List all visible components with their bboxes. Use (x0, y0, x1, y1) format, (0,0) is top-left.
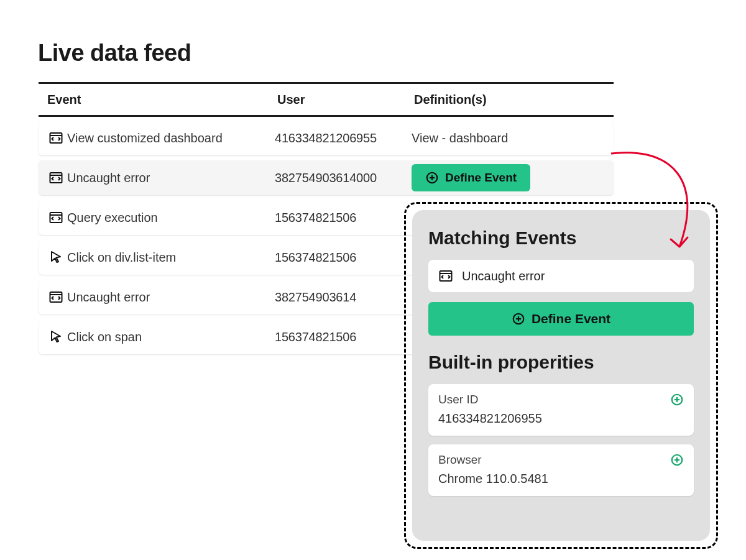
define-event-button[interactable]: Define Event (412, 164, 530, 191)
table-row[interactable]: View customized dashboard416334821206955… (39, 121, 614, 155)
matching-event-label: Uncaught error (462, 269, 545, 283)
event-name: Uncaught error (67, 290, 275, 305)
col-definitions: Definition(s) (414, 93, 614, 107)
definition-text: View - dashboard (412, 131, 508, 145)
definition-cell: View - dashboard (412, 131, 614, 145)
event-name: Uncaught error (67, 171, 275, 185)
user-id: 156374821506 (275, 250, 412, 265)
code-icon (45, 131, 67, 145)
property-card: User ID416334821206955 (428, 384, 694, 436)
page-title: Live data feed (38, 40, 191, 67)
definition-cell: Define Event (412, 164, 614, 191)
add-property-button[interactable] (670, 453, 684, 467)
col-user: User (277, 93, 414, 107)
property-label: Browser (438, 453, 482, 467)
svg-rect-9 (50, 292, 62, 302)
details-panel: Matching Events Uncaught error Define Ev… (412, 210, 710, 541)
table-row[interactable]: Uncaught error382754903614000Define Even… (39, 160, 614, 195)
property-value: 416334821206955 (438, 411, 684, 426)
details-panel-outline: Matching Events Uncaught error Define Ev… (404, 202, 718, 549)
define-event-label: Define Event (532, 311, 610, 326)
define-event-label: Define Event (445, 171, 517, 185)
code-icon (45, 210, 67, 225)
code-icon (438, 269, 453, 283)
cursor-icon (45, 250, 67, 265)
col-event: Event (47, 93, 277, 107)
svg-rect-0 (50, 133, 62, 143)
plus-circle-icon (425, 171, 439, 185)
matching-events-heading: Matching Events (428, 227, 694, 249)
define-event-button-panel[interactable]: Define Event (428, 302, 694, 336)
cursor-icon (45, 329, 67, 344)
event-name: View customized dashboard (67, 131, 275, 145)
user-id: 382754903614000 (275, 171, 412, 185)
event-name: Query execution (67, 211, 275, 225)
user-id: 156374821506 (275, 211, 412, 225)
code-icon (45, 170, 67, 185)
user-id: 416334821206955 (275, 131, 412, 145)
matching-event-pill[interactable]: Uncaught error (428, 260, 694, 292)
built-in-properties-heading: Built-in properities (428, 352, 694, 373)
svg-rect-7 (50, 213, 62, 223)
property-label: User ID (438, 393, 478, 406)
user-id: 382754903614 (275, 290, 412, 305)
svg-rect-11 (440, 271, 452, 281)
property-card: BrowserChrome 110.0.5481 (428, 444, 694, 496)
plus-circle-icon (512, 312, 525, 326)
svg-rect-2 (50, 173, 62, 183)
table-header: Event User Definition(s) (39, 82, 614, 117)
add-property-button[interactable] (670, 393, 684, 406)
property-value: Chrome 110.0.5481 (438, 472, 684, 486)
event-name: Click on div.list-item (67, 250, 275, 265)
event-name: Click on span (67, 330, 275, 344)
user-id: 156374821506 (275, 330, 412, 344)
code-icon (45, 290, 67, 305)
